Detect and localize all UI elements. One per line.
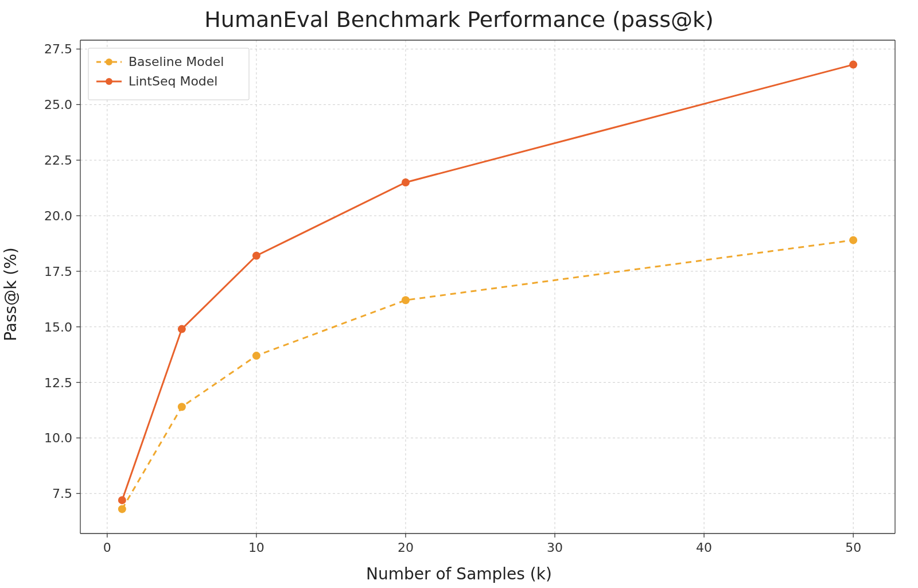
- legend-label: Baseline Model: [129, 54, 224, 69]
- chart-container: HumanEval Benchmark Performance (pass@k)…: [0, 0, 918, 588]
- data-point: [402, 178, 410, 186]
- x-tick-label: 30: [547, 540, 563, 555]
- x-tick-label: 50: [845, 540, 861, 555]
- y-tick-label: 22.5: [44, 153, 72, 168]
- data-point: [849, 61, 857, 69]
- y-tick-label: 27.5: [44, 42, 72, 56]
- data-point: [252, 252, 260, 260]
- series-line: [122, 65, 853, 500]
- y-tick-label: 20.0: [44, 209, 72, 223]
- x-tick-label: 40: [696, 540, 712, 555]
- data-point: [118, 505, 126, 513]
- legend-marker: [106, 78, 112, 85]
- x-tick-label: 0: [103, 540, 111, 555]
- y-tick-label: 10.0: [44, 431, 72, 445]
- y-tick-label: 25.0: [44, 98, 72, 112]
- x-tick-label: 20: [398, 540, 414, 555]
- y-tick-label: 17.5: [44, 264, 72, 279]
- legend-label: LintSeq Model: [129, 74, 217, 88]
- x-tick-label: 10: [248, 540, 264, 555]
- y-tick-label: 15.0: [44, 320, 72, 334]
- data-point: [178, 325, 186, 333]
- plot-svg: 010203040507.510.012.515.017.520.022.525…: [0, 0, 918, 588]
- data-point: [118, 496, 126, 504]
- y-tick-label: 12.5: [44, 376, 72, 390]
- data-point: [252, 352, 260, 360]
- legend-marker: [106, 59, 112, 65]
- y-tick-label: 7.5: [52, 486, 72, 501]
- data-point: [178, 403, 186, 411]
- data-point: [402, 296, 410, 304]
- data-point: [849, 236, 857, 244]
